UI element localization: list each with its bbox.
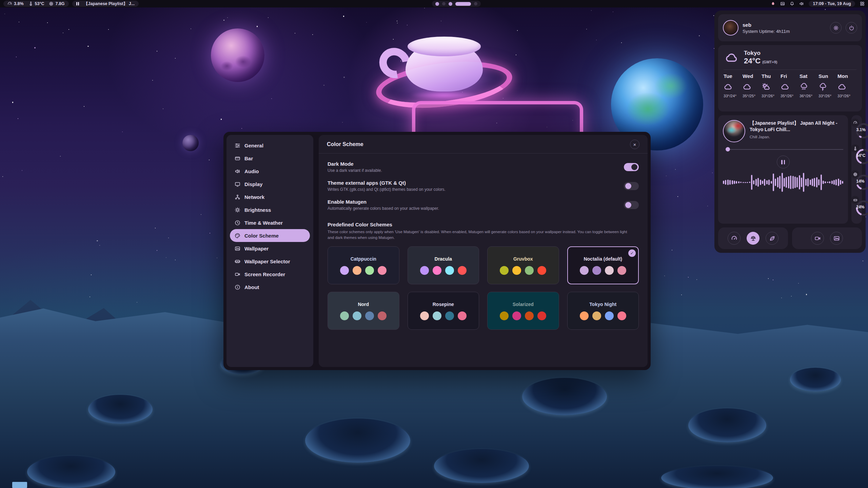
- star: [688, 277, 689, 278]
- sidebar-item-about[interactable]: About: [230, 281, 310, 293]
- power-button[interactable]: [846, 22, 857, 34]
- media-pill[interactable]: 【Japanese Playlist】 J...: [72, 1, 139, 7]
- sidebar-item-network[interactable]: Network: [230, 190, 310, 203]
- balanced-button[interactable]: [747, 232, 760, 245]
- forecast-day-label: Sat: [800, 73, 818, 79]
- scheme-name: Nord: [358, 302, 369, 307]
- workspace-4-focused[interactable]: [455, 2, 471, 6]
- visualizer-bar: [833, 180, 835, 185]
- performance-button[interactable]: [728, 232, 741, 245]
- memory-stat[interactable]: 7.8G: [49, 1, 64, 6]
- scheme-card-nord[interactable]: Nord: [328, 292, 399, 330]
- setting-text: Dark ModeUse a dark variant if available…: [328, 161, 382, 173]
- color-swatch: [512, 266, 521, 275]
- sidebar-item-general[interactable]: General: [230, 139, 310, 152]
- avatar: [723, 20, 738, 36]
- sidebar-item-label: Brightness: [244, 207, 271, 213]
- top-bar: 3.8% 53°C 7.8G 【Japanese Playlist】 J...: [0, 0, 868, 7]
- visualizer-bar: [816, 177, 817, 187]
- star: [68, 29, 69, 30]
- workspace-3-occupied[interactable]: [449, 2, 452, 6]
- media-progress-bar[interactable]: [723, 147, 843, 151]
- workspace-5-empty[interactable]: [474, 2, 477, 5]
- setting-text: Theme external apps (GTK & Qt)Writes GTK…: [328, 180, 446, 192]
- sidebar-item-screen-recorder[interactable]: Screen Recorder: [230, 268, 310, 281]
- forecast-day-label: Mon: [837, 73, 856, 79]
- progress-handle[interactable]: [726, 147, 730, 151]
- star: [295, 33, 295, 34]
- forecast-day-fri: Fri35°/26°: [781, 73, 800, 98]
- visualizer-bar: [760, 180, 761, 185]
- star: [122, 131, 123, 132]
- volume-icon[interactable]: [799, 1, 804, 6]
- color-swatch: [605, 266, 614, 275]
- crater: [688, 408, 766, 442]
- cloud-icon: [743, 82, 751, 91]
- power-icon: [849, 25, 854, 31]
- sidebar-item-brightness[interactable]: Brightness: [230, 203, 310, 216]
- tray-app-icon[interactable]: [771, 1, 775, 6]
- sidebar-item-color-scheme[interactable]: Color Scheme: [230, 229, 310, 242]
- system-stats-card: 3.1%54°C14%24%: [851, 115, 862, 224]
- scheme-card-catppuccin[interactable]: Catppuccin: [328, 246, 399, 284]
- sidebar-item-label: Network: [244, 194, 264, 200]
- star: [201, 214, 201, 215]
- settings-button[interactable]: [830, 22, 842, 34]
- visualizer-bar: [766, 180, 768, 184]
- pause-button[interactable]: [777, 156, 790, 168]
- color-swatch: [512, 311, 521, 320]
- swatch-row: [500, 311, 546, 320]
- powersave-button[interactable]: [766, 232, 778, 245]
- forecast-day-label: Tue: [724, 73, 743, 79]
- sidebar-item-wallpaper[interactable]: Wallpaper: [230, 242, 310, 255]
- star: [503, 98, 504, 99]
- sidebar-item-label: Wallpaper Selector: [244, 259, 290, 264]
- star: [16, 57, 17, 57]
- star: [707, 206, 708, 206]
- sidebar-item-label: Wallpaper: [244, 246, 269, 251]
- star: [713, 15, 714, 16]
- star: [91, 274, 92, 275]
- dashboard-icon[interactable]: [860, 1, 865, 6]
- scheme-card-noctalia-default[interactable]: Noctalia (default)✓: [567, 246, 639, 284]
- memory-value: 7.8G: [55, 1, 64, 6]
- crater: [88, 395, 153, 424]
- forecast-day-tue: Tue33°/24°: [724, 73, 743, 98]
- quick-actions-row: [718, 227, 862, 249]
- toggle-theme-external-apps-gtk-qt[interactable]: [624, 182, 639, 190]
- workspace-2-empty[interactable]: [442, 2, 446, 5]
- visualizer-bar: [771, 181, 772, 184]
- visualizer-bar: [773, 174, 774, 191]
- clock-widget[interactable]: 17:09 - Tue, 19 Aug: [809, 1, 855, 7]
- close-icon[interactable]: ×: [630, 140, 639, 149]
- star: [712, 172, 713, 173]
- sidebar-item-display[interactable]: Display: [230, 178, 310, 190]
- wallpaper-tray-icon[interactable]: [780, 1, 785, 6]
- swatch-row: [580, 311, 626, 320]
- scheme-card-dracula[interactable]: Dracula: [408, 246, 479, 284]
- scheme-card-solarized[interactable]: Solarized: [487, 292, 559, 330]
- cpu-usage-value: 3.8%: [14, 1, 24, 6]
- star: [781, 298, 782, 298]
- workspace-1-occupied[interactable]: [435, 2, 439, 6]
- media-artist: Chill Japan.: [750, 135, 843, 139]
- sidebar-item-wallpaper-selector[interactable]: Wallpaper Selector: [230, 255, 310, 268]
- cpu-usage-stat[interactable]: 3.8%: [7, 1, 24, 6]
- wallpaper-button[interactable]: [830, 232, 843, 245]
- sidebar-item-time-weather[interactable]: Time & Weather: [230, 216, 310, 229]
- notifications-icon[interactable]: [790, 1, 794, 6]
- star: [22, 170, 22, 171]
- toggle-enable-matugen[interactable]: [624, 201, 639, 209]
- star: [397, 21, 397, 21]
- brightness-icon: [235, 207, 240, 213]
- screen-record-button[interactable]: [811, 232, 824, 245]
- sidebar-item-bar[interactable]: Bar: [230, 152, 310, 165]
- swatch-row: [420, 266, 467, 275]
- scheme-card-tokyo-night[interactable]: Tokyo Night: [567, 292, 639, 330]
- scheme-card-rosepine[interactable]: Rosepine: [408, 292, 479, 330]
- temperature-stat[interactable]: 53°C: [28, 1, 44, 6]
- toggle-dark-mode[interactable]: [624, 163, 639, 171]
- scheme-card-gruvbox[interactable]: Gruvbox: [487, 246, 559, 284]
- sidebar-item-audio[interactable]: Audio: [230, 165, 310, 178]
- cloud-icon: [724, 82, 732, 91]
